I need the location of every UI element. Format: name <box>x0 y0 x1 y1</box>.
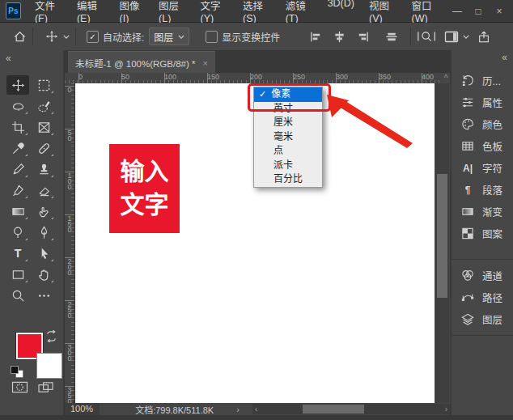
edit-toolbar-ellipsis-icon[interactable] <box>32 286 55 305</box>
status-bar: 100% 文档:799.8K/511.8K › ‹ › <box>65 403 450 415</box>
history-brush-tool[interactable] <box>6 180 29 200</box>
ruler-tick-label: 300 <box>336 73 348 81</box>
panel-tab-color[interactable]: 颜色 <box>452 113 513 135</box>
chevron-down-icon[interactable] <box>63 33 70 40</box>
hand-tool[interactable] <box>32 265 55 284</box>
panel-tab-swatches[interactable]: 色板 <box>452 135 513 157</box>
move-tool[interactable] <box>6 75 29 95</box>
scroll-up-icon[interactable]: ^ <box>442 74 450 83</box>
type-tool[interactable]: T <box>6 244 29 263</box>
ruler-tick-label: 150 <box>207 73 219 81</box>
eraser-tool[interactable] <box>32 180 55 200</box>
ps-logo-text: Ps <box>8 6 18 15</box>
menu-item-unit-percent[interactable]: 百分比 <box>254 172 322 187</box>
menu-item-unit-cm[interactable]: 厘米 <box>254 116 322 130</box>
vertical-scrollbar[interactable] <box>435 83 449 403</box>
ruler-tick-label: 200 <box>66 257 74 274</box>
crop-tool[interactable] <box>6 117 29 137</box>
rectangle-tool[interactable] <box>6 265 29 284</box>
panel-tab-label: 历... <box>482 73 501 88</box>
minimize-button[interactable]: — <box>448 6 466 17</box>
close-button[interactable]: × <box>490 6 508 17</box>
marquee-tool[interactable] <box>32 75 55 95</box>
text-layer-box[interactable]: 输入 文字 <box>109 144 180 233</box>
lasso-tool[interactable] <box>6 96 29 116</box>
align-right-icon[interactable] <box>356 30 370 44</box>
menu-item-unit-points[interactable]: 点 <box>254 144 322 159</box>
panels-dock: « 历... 属性 颜色 色板 A| 字符 ¶ 段落 渐变 <box>450 50 513 415</box>
window-controls: — □ × <box>448 6 508 17</box>
menu-item-label: 像素 <box>271 87 290 102</box>
auto-select-value: 图层 <box>154 30 173 44</box>
status-expand-icon[interactable]: › <box>236 405 240 414</box>
align-center-icon[interactable] <box>333 30 346 44</box>
object-selection-tool[interactable] <box>32 96 55 116</box>
text-layer-line1: 输入 <box>109 155 180 188</box>
horizontal-scrollbar[interactable]: ‹ › <box>252 404 450 414</box>
brush-tool[interactable] <box>6 159 29 179</box>
window-bottom-edge <box>0 415 513 420</box>
show-transform-checkbox[interactable] <box>206 31 218 43</box>
panel-tab-gradient[interactable]: 渐变 <box>452 201 513 223</box>
panel-tab-label: 图层 <box>482 312 502 327</box>
panel-tab-character[interactable]: A| 字符 <box>452 157 513 179</box>
frame-tool[interactable] <box>32 117 55 137</box>
zoom-level-field[interactable]: 100% <box>65 403 100 415</box>
panel-tab-paths[interactable]: 路径 <box>452 286 513 308</box>
maximize-button[interactable]: □ <box>469 6 487 17</box>
gradient-tool[interactable] <box>6 202 29 221</box>
quick-mask-icon[interactable] <box>11 380 28 397</box>
swap-colors-icon[interactable] <box>45 330 57 345</box>
panel-tab-channels[interactable]: 通道 <box>452 265 513 286</box>
home-icon[interactable] <box>13 30 27 44</box>
panel-tab-properties[interactable]: 属性 <box>452 91 513 113</box>
zoom-tool[interactable] <box>6 286 29 305</box>
path-select-tool[interactable] <box>32 244 55 263</box>
eyedropper-tool[interactable] <box>6 138 29 158</box>
horizontal-ruler[interactable]: 0 50 100 150 200 250 300 350 400 <box>65 73 443 84</box>
search-icon[interactable] <box>417 29 438 44</box>
share-icon[interactable] <box>477 30 490 44</box>
panel-tab-history[interactable]: 历... <box>452 70 513 91</box>
distribute-icon[interactable] <box>384 30 399 44</box>
panel-tab-pattern[interactable]: 图案 <box>452 223 513 244</box>
collapse-tools-icon[interactable]: « <box>6 53 11 64</box>
pen-tool[interactable] <box>32 223 55 242</box>
document-size-info: 文档:799.8K/511.8K <box>135 403 214 416</box>
scroll-right-icon[interactable]: › <box>445 404 447 414</box>
healing-brush-tool[interactable] <box>32 138 55 158</box>
ruler-tick-label: 400 <box>422 73 434 81</box>
menu-item-unit-picas[interactable]: 派卡 <box>254 159 322 173</box>
default-colors-icon[interactable] <box>11 366 23 377</box>
vertical-ruler[interactable]: 0 50 100 150 200 250 300 350 <box>65 83 75 403</box>
auto-select-checkbox[interactable]: ✓ <box>87 31 99 43</box>
text-layer-line2: 文字 <box>109 188 180 221</box>
stamp-tool[interactable] <box>32 159 55 179</box>
panel-tab-label: 字符 <box>482 160 502 176</box>
ruler-tick-label: 200 <box>250 73 262 81</box>
smudge-tool[interactable] <box>32 202 55 221</box>
background-color-swatch[interactable] <box>36 353 62 379</box>
collapse-panels-icon[interactable]: « <box>502 52 507 63</box>
chevron-down-icon[interactable] <box>463 33 469 40</box>
panel-tab-label: 图案 <box>482 226 502 241</box>
align-left-icon[interactable] <box>309 30 323 44</box>
workspace-icon[interactable] <box>444 31 459 43</box>
screen-mode-icon[interactable] <box>37 380 54 397</box>
ruler-tick-label: 350 <box>66 386 74 403</box>
dodge-tool[interactable] <box>6 223 29 242</box>
auto-select-layer-dropdown[interactable]: 图层 <box>149 28 189 45</box>
menu-item-unit-pixels[interactable]: ✓ 像素 <box>254 87 322 102</box>
menu-item-unit-inches[interactable]: 英寸 <box>254 102 322 117</box>
close-tab-icon[interactable]: × <box>202 58 207 68</box>
horizontal-scrollbar-thumb[interactable] <box>303 405 364 414</box>
vertical-scrollbar-thumb[interactable] <box>437 174 447 298</box>
move-tool-options-icon[interactable] <box>45 30 58 43</box>
scroll-left-icon[interactable]: ‹ <box>255 404 257 414</box>
ps-logo: Ps <box>6 2 21 19</box>
panel-tab-paragraph[interactable]: ¶ 段落 <box>452 179 513 201</box>
document-tab[interactable]: 未标题-1 @ 100%(RGB/8#) * × <box>68 51 215 74</box>
panel-tab-layers[interactable]: 图层 <box>452 308 513 330</box>
ruler-tick-label: 150 <box>66 214 74 231</box>
menu-item-unit-mm[interactable]: 毫米 <box>254 130 322 145</box>
